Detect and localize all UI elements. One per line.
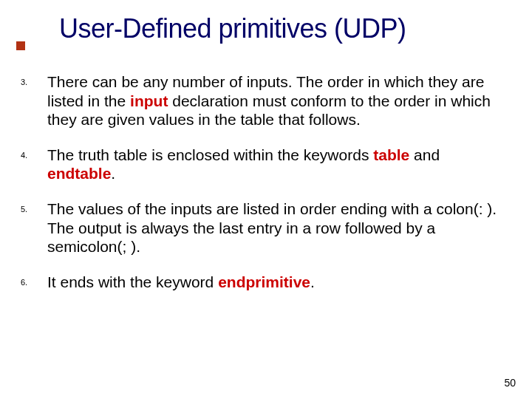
list-body: There can be any number of inputs. The o…: [47, 72, 505, 129]
keyword: input: [130, 92, 168, 109]
text: and: [409, 146, 440, 163]
text: .: [111, 165, 115, 182]
text: It ends with the keyword: [47, 273, 218, 290]
list-number: 6.: [21, 273, 47, 292]
keyword: table: [373, 146, 409, 163]
keyword: endtable: [47, 165, 111, 182]
list-number: 3.: [21, 72, 47, 129]
numbered-list: 3. There can be any number of inputs. Th…: [21, 72, 505, 307]
text: The values of the inputs are listed in o…: [47, 200, 497, 255]
list-item: 4. The truth table is enclosed within th…: [21, 146, 505, 183]
text: .: [310, 273, 315, 290]
list-item: 5. The values of the inputs are listed i…: [21, 200, 505, 256]
list-body: It ends with the keyword endprimitive.: [47, 273, 505, 292]
list-body: The truth table is enclosed within the k…: [47, 146, 505, 183]
text: The truth table is enclosed within the k…: [47, 146, 373, 163]
slide: User-Defined primitives (UDP) 3. There c…: [0, 0, 532, 399]
list-body: The values of the inputs are listed in o…: [47, 200, 505, 256]
list-number: 5.: [21, 200, 47, 256]
page-number: 50: [504, 377, 516, 389]
list-item: 6. It ends with the keyword endprimitive…: [21, 273, 505, 292]
slide-title: User-Defined primitives (UDP): [59, 13, 510, 44]
list-item: 3. There can be any number of inputs. Th…: [21, 72, 505, 129]
title-accent-square: [16, 41, 25, 50]
keyword: endprimitive: [218, 273, 310, 290]
list-number: 4.: [21, 146, 47, 183]
